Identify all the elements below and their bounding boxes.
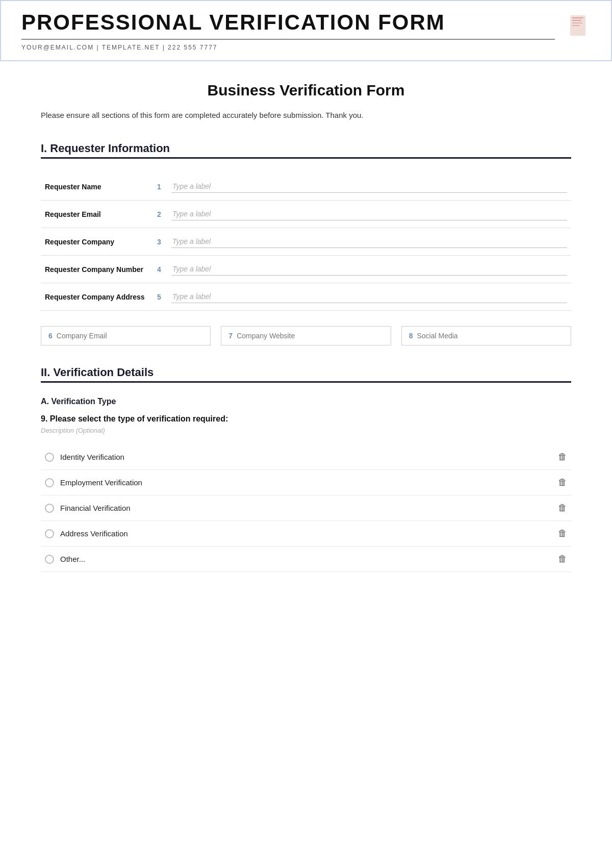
radio-label-financial: Financial Verification — [60, 504, 131, 512]
table-row: Requester Company Address 5 — [41, 283, 571, 311]
field-label-company: Requester Company — [41, 228, 153, 256]
field-number-1: 1 — [157, 183, 166, 191]
field-input-cell: 2 — [157, 208, 567, 220]
radio-option-left: Employment Verification — [45, 478, 142, 487]
radio-button-identity[interactable] — [45, 453, 54, 462]
subsection-a-heading: A. Verification Type — [41, 397, 571, 406]
field-number-3: 3 — [157, 238, 166, 246]
radio-label-address: Address Verification — [60, 529, 128, 538]
radio-option-left: Address Verification — [45, 529, 128, 538]
option-financial: Financial Verification 🗑 — [41, 495, 571, 521]
radio-option-left: Other... — [45, 555, 85, 564]
trash-icon-identity[interactable]: 🗑 — [558, 452, 567, 462]
page-header: PROFESSIONAL VERIFICATION FORM YOUR@EMAI… — [0, 0, 612, 61]
radio-option-left: Financial Verification — [45, 504, 131, 513]
trash-icon-financial[interactable]: 🗑 — [558, 503, 567, 513]
radio-button-other[interactable] — [45, 555, 54, 564]
field-input-cell: 4 — [157, 263, 567, 276]
requester-info-table: Requester Name 1 Requester Email 2 — [41, 173, 571, 311]
requester-company-address-input[interactable] — [171, 290, 567, 303]
trash-icon-address[interactable]: 🗑 — [558, 528, 567, 539]
field-label-company-number: Requester Company Number — [41, 256, 153, 283]
question-9-heading: 9. Please select the type of verificatio… — [41, 414, 571, 424]
inline-field-number-8: 8 — [409, 332, 413, 340]
header-title: PROFESSIONAL VERIFICATION FORM — [21, 10, 555, 40]
field-input-cell: 5 — [157, 290, 567, 303]
svg-rect-4 — [572, 25, 580, 26]
option-address: Address Verification 🗑 — [41, 521, 571, 547]
table-row: Requester Email 2 — [41, 201, 571, 228]
requester-email-input[interactable] — [171, 208, 567, 220]
radio-button-address[interactable] — [45, 529, 54, 538]
company-email-field: 6 — [41, 326, 211, 345]
inline-fields-row: 6 7 8 — [41, 326, 571, 345]
table-row: Requester Company Number 4 — [41, 256, 571, 283]
radio-button-financial[interactable] — [45, 504, 54, 513]
table-row: Requester Company 3 — [41, 228, 571, 256]
trash-icon-other[interactable]: 🗑 — [558, 554, 567, 564]
company-website-field: 7 — [221, 326, 391, 345]
social-media-field: 8 — [401, 326, 571, 345]
field-label-company-address: Requester Company Address — [41, 283, 153, 311]
main-content: Business Verification Form Please ensure… — [0, 61, 612, 603]
radio-label-identity: Identity Verification — [60, 453, 124, 461]
verification-section: II. Verification Details A. Verification… — [41, 366, 571, 572]
section-2-heading: II. Verification Details — [41, 366, 571, 383]
header-text-block: PROFESSIONAL VERIFICATION FORM YOUR@EMAI… — [21, 10, 555, 51]
logo-icon — [565, 13, 591, 43]
field-input-cell: 1 — [157, 180, 567, 193]
field-label-email: Requester Email — [41, 201, 153, 228]
radio-option-left: Identity Verification — [45, 453, 124, 462]
field-input-cell: 3 — [157, 235, 567, 248]
field-number-4: 4 — [157, 265, 166, 274]
trash-icon-employment[interactable]: 🗑 — [558, 477, 567, 488]
table-row: Requester Name 1 — [41, 173, 571, 201]
requester-name-input[interactable] — [171, 180, 567, 193]
field-label-name: Requester Name — [41, 173, 153, 201]
svg-rect-1 — [572, 17, 583, 18]
option-employment: Employment Verification 🗑 — [41, 470, 571, 495]
inline-field-number-7: 7 — [228, 332, 233, 340]
section-1-heading: I. Requester Information — [41, 142, 571, 159]
question-9-description: Description (Optional) — [41, 427, 571, 434]
radio-label-other: Other... — [60, 555, 85, 563]
requester-company-input[interactable] — [171, 235, 567, 248]
svg-rect-2 — [572, 20, 581, 21]
radio-label-employment: Employment Verification — [60, 478, 142, 487]
social-media-input[interactable] — [417, 332, 564, 340]
form-title: Business Verification Form — [41, 82, 571, 99]
option-other: Other... 🗑 — [41, 547, 571, 572]
field-number-2: 2 — [157, 210, 166, 218]
option-identity: Identity Verification 🗑 — [41, 444, 571, 470]
company-email-input[interactable] — [57, 332, 203, 340]
header-subtitle: YOUR@EMAIL.COM | TEMPLATE.NET | 222 555 … — [21, 44, 555, 51]
inline-field-number-6: 6 — [48, 332, 53, 340]
company-website-input[interactable] — [237, 332, 384, 340]
field-number-5: 5 — [157, 293, 166, 301]
radio-button-employment[interactable] — [45, 478, 54, 487]
form-description: Please ensure all sections of this form … — [41, 109, 571, 121]
header-logo — [555, 13, 591, 48]
svg-rect-3 — [572, 22, 582, 23]
requester-company-number-input[interactable] — [171, 263, 567, 276]
